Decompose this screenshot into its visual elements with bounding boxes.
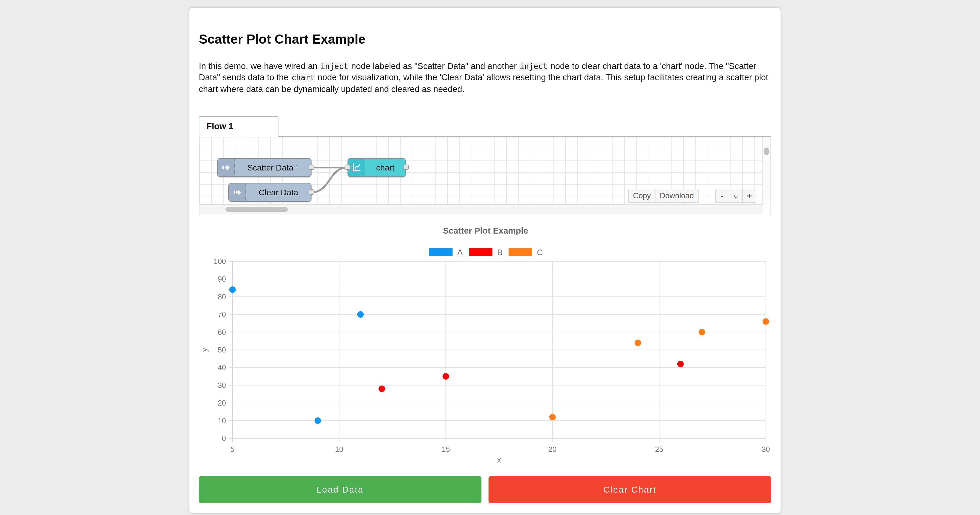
y-tick-label: 10 [218, 416, 226, 425]
y-tick-label: 20 [218, 399, 226, 407]
vertical-scrollbar-thumb[interactable] [764, 148, 769, 155]
clear-chart-button[interactable]: Clear Chart [488, 476, 771, 503]
y-tick-label: 100 [213, 257, 226, 265]
scatter-plot-svg: Scatter Plot ExampleABC01020304050607080… [199, 225, 772, 467]
y-axis-title: y [200, 348, 209, 351]
data-point-B [379, 386, 385, 392]
y-tick-label: 60 [218, 328, 226, 336]
y-tick-label: 40 [218, 363, 226, 372]
page-background: Scatter Plot Chart Example In this demo,… [0, 0, 980, 515]
node-label: chart [365, 159, 405, 176]
inject-arrow-icon [229, 183, 246, 201]
inline-code: inject [519, 62, 548, 71]
zoom-in-button[interactable]: + [742, 189, 756, 203]
copy-button[interactable]: Copy [628, 189, 656, 203]
y-tick-label: 0 [222, 434, 226, 442]
node-label: Scatter Data ¹ [235, 159, 311, 176]
node-clear-data[interactable]: Clear Data [228, 183, 312, 202]
horizontal-scrollbar-thumb[interactable] [225, 207, 288, 212]
vertical-scrollbar [762, 137, 770, 205]
flow-canvas[interactable]: Scatter Data ¹ chart [199, 136, 771, 215]
flow-editor: Flow 1 Scatter Data ¹ [199, 116, 771, 215]
y-tick-label: 90 [218, 275, 226, 283]
output-port[interactable] [309, 165, 315, 170]
node-scatter-data[interactable]: Scatter Data ¹ [217, 158, 312, 177]
x-tick-label: 25 [655, 445, 663, 453]
zoom-controls: - ○ + [715, 189, 756, 203]
chart-title: Scatter Plot Example [443, 226, 528, 235]
x-tick-label: 30 [762, 445, 770, 453]
data-point-C [763, 318, 769, 325]
page-title: Scatter Plot Chart Example [199, 31, 771, 48]
zoom-out-button[interactable]: - [715, 189, 729, 203]
inline-code: inject [320, 62, 349, 71]
legend-swatch-B[interactable] [469, 248, 492, 256]
legend-swatch-C[interactable] [509, 248, 532, 256]
output-port[interactable] [309, 189, 315, 195]
inject-arrow-icon [218, 159, 235, 176]
output-port[interactable] [403, 165, 409, 170]
data-point-A [357, 311, 364, 318]
content-card: Scatter Plot Chart Example In this demo,… [189, 7, 781, 514]
flow-tab[interactable]: Flow 1 [199, 116, 278, 137]
data-point-C [635, 340, 641, 346]
x-tick-label: 10 [335, 445, 344, 453]
x-axis-title: x [497, 455, 501, 464]
data-point-A [315, 417, 321, 424]
scatter-chart: Scatter Plot ExampleABC01020304050607080… [199, 225, 771, 467]
y-tick-label: 50 [218, 346, 226, 354]
wire-clear-to-chart [312, 167, 347, 192]
y-tick-label: 70 [218, 310, 226, 319]
x-tick-label: 5 [231, 445, 234, 453]
action-buttons: Load Data Clear Chart [199, 476, 771, 503]
data-point-B [442, 373, 449, 380]
input-port[interactable] [345, 165, 350, 170]
legend-label-B[interactable]: B [497, 248, 503, 257]
x-tick-label: 15 [442, 445, 450, 453]
node-label: Clear Data [246, 183, 311, 201]
zoom-reset-button[interactable]: ○ [729, 189, 743, 203]
description: In this demo, we have wired an inject no… [199, 61, 771, 95]
horizontal-scrollbar [199, 204, 763, 215]
legend-swatch-A[interactable] [429, 248, 453, 256]
data-point-C [698, 329, 705, 335]
legend-label-C[interactable]: C [537, 248, 543, 257]
data-point-B [677, 361, 684, 367]
x-tick-label: 20 [549, 445, 557, 453]
y-tick-label: 80 [218, 292, 226, 301]
flow-tab-label: Flow 1 [207, 122, 233, 131]
load-data-button[interactable]: Load Data [199, 476, 482, 503]
line-chart-icon [348, 159, 365, 176]
data-point-C [549, 414, 556, 420]
node-chart[interactable]: chart [347, 158, 406, 177]
legend-label-A[interactable]: A [457, 248, 463, 257]
download-button[interactable]: Download [655, 189, 698, 203]
data-point-A [229, 286, 236, 293]
canvas-toolbar: Copy Download [628, 189, 698, 203]
inline-code: chart [291, 73, 315, 82]
y-tick-label: 30 [218, 381, 226, 389]
